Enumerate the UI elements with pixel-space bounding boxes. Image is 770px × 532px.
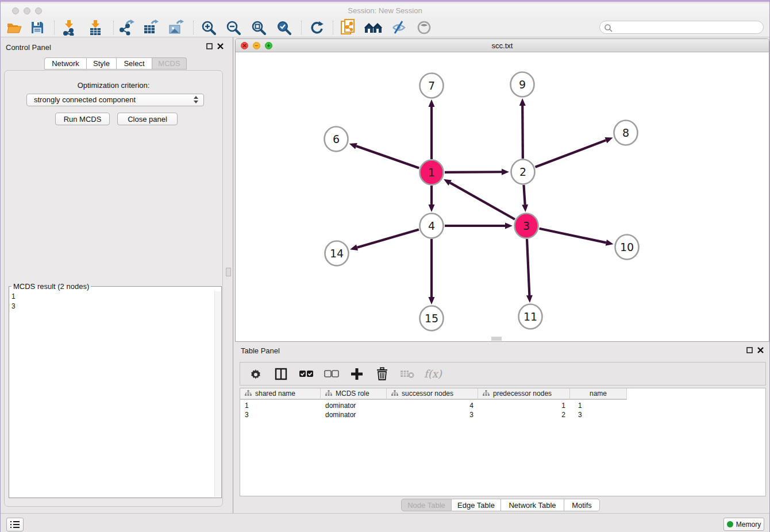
delete-column-icon[interactable] [399,365,416,383]
arrowhead-icon [429,297,435,304]
hide-selected-icon[interactable] [388,19,409,36]
search-input[interactable] [599,21,764,34]
table-row[interactable]: 3dominator323 [240,410,627,419]
main-toolbar [1,18,769,37]
zoom-out-icon[interactable] [223,19,244,36]
tab-edge-table[interactable]: Edge Table [452,499,501,511]
arrowhead-icon [429,99,435,107]
export-network-icon[interactable] [116,19,137,36]
mcds-result-list[interactable]: 1 3 [11,292,16,311]
cell-name[interactable]: 3 [570,410,627,419]
open-folder-icon[interactable] [4,19,25,36]
import-table-icon[interactable] [85,19,106,36]
table-header-row: shared nameMCDS rolesuccessor nodesprede… [240,388,627,400]
tab-select[interactable]: Select [117,57,152,70]
toolbar-separator [333,21,333,34]
memory-button-label: Memory [736,521,761,529]
cell-successor-nodes[interactable]: 4 [387,401,478,410]
tab-network[interactable]: Network [44,57,87,70]
criterion-select[interactable]: strongly connected component [26,94,204,106]
cell-MCDS-role[interactable]: dominator [321,410,387,419]
cell-name[interactable]: 1 [570,401,627,410]
graph-node-label: 10 [620,241,634,253]
cell-shared-name[interactable]: 1 [240,401,321,410]
table-row[interactable]: 1dominator411 [240,401,627,410]
tab-motifs[interactable]: Motifs [564,499,600,511]
graph-node-label: 3 [523,219,530,232]
tab-node-table[interactable]: Node Table [401,499,452,511]
export-image-icon[interactable] [165,19,186,36]
graph-edge-1-6[interactable] [356,146,419,168]
first-neighbors-icon[interactable] [363,19,384,36]
network-window-titlebar[interactable]: ✕ − + scc.txt [236,39,769,52]
optimization-criterion-label: Optimization criterion: [5,81,222,90]
arrowhead-icon [526,295,533,303]
node-table[interactable]: shared nameMCDS rolesuccessor nodesprede… [240,388,766,496]
close-table-panel-icon[interactable] [757,347,764,353]
import-network-icon[interactable] [59,19,79,36]
cell-shared-name[interactable]: 3 [240,410,321,419]
show-all-icon[interactable] [414,19,434,36]
arrowhead-icon [429,205,435,212]
function-builder-icon[interactable]: f(x) [424,368,442,380]
float-panel-icon[interactable] [206,43,213,49]
column-header-name[interactable]: name [570,388,627,400]
graph-edge-3-1[interactable] [450,183,515,219]
close-panel-button[interactable]: Close panel [117,113,178,125]
task-history-button[interactable] [6,518,24,531]
graph-edge-2-9[interactable] [522,106,523,159]
column-type-icon [391,390,398,397]
graph-edge-2-8[interactable] [536,140,606,167]
column-header-predecessor-nodes[interactable]: predecessor nodes [478,388,570,400]
unselect-all-icon[interactable] [323,365,340,383]
cell-predecessor-nodes[interactable]: 1 [478,401,570,410]
zoom-selected-icon[interactable] [274,19,294,36]
export-table-icon[interactable] [140,19,161,36]
close-panel-icon[interactable] [217,43,224,49]
list-icon [10,521,20,529]
arrowhead-icon [505,223,513,229]
app-window: Session: New Session [0,0,770,532]
vertical-splitter[interactable] [233,37,233,513]
tab-style[interactable]: Style [87,57,117,70]
tab-network-table[interactable]: Network Table [501,499,564,511]
column-header-successor-nodes[interactable]: successor nodes [387,388,478,400]
network-hsplit-grip[interactable] [491,337,502,341]
graph-edge-1-2[interactable] [445,172,502,172]
zoom-in-icon[interactable] [198,19,219,36]
select-all-icon[interactable] [298,365,315,383]
column-view-icon[interactable] [272,365,290,383]
column-header-MCDS-role[interactable]: MCDS role [321,388,387,400]
column-header-shared-name[interactable]: shared name [240,388,321,400]
mcds-result-box: MCDS result (2 nodes) 1 3 [9,282,222,498]
new-network-from-selection-icon[interactable] [338,19,359,36]
result-scrollbar[interactable] [214,291,221,497]
graph-node-label: 15 [425,312,438,325]
cell-MCDS-role[interactable]: dominator [321,401,387,410]
float-table-panel-icon[interactable] [746,347,753,353]
splitter-grip[interactable] [226,268,231,276]
cell-successor-nodes[interactable]: 3 [387,410,478,419]
gear-icon[interactable] [247,365,264,383]
graph-node-label: 7 [428,79,435,92]
toolbar-separator [113,21,114,34]
arrowhead-icon [349,143,357,149]
table-toolbar: f(x) [240,362,766,385]
graph-edge-2-3[interactable] [523,185,525,205]
column-type-icon [245,390,252,397]
add-column-icon[interactable] [348,365,365,383]
fit-content-icon[interactable] [248,19,269,36]
tab-mcds[interactable]: MCDS [152,57,187,70]
cell-predecessor-nodes[interactable]: 2 [478,410,570,419]
graph-node-label: 11 [523,310,537,323]
graph-edge-3-10[interactable] [540,229,606,243]
graph-edge-4-14[interactable] [357,229,419,247]
network-canvas[interactable]: 1234678910111415 [236,52,769,341]
run-mcds-button[interactable]: Run MCDS [55,113,110,125]
memory-button[interactable]: Memory [723,518,764,531]
refresh-icon[interactable] [306,19,327,36]
delete-icon[interactable] [374,365,391,383]
save-icon[interactable] [27,19,48,36]
network-view-window: ✕ − + scc.txt 1234678910111415 [235,38,769,342]
graph-edge-3-11[interactable] [527,239,529,295]
